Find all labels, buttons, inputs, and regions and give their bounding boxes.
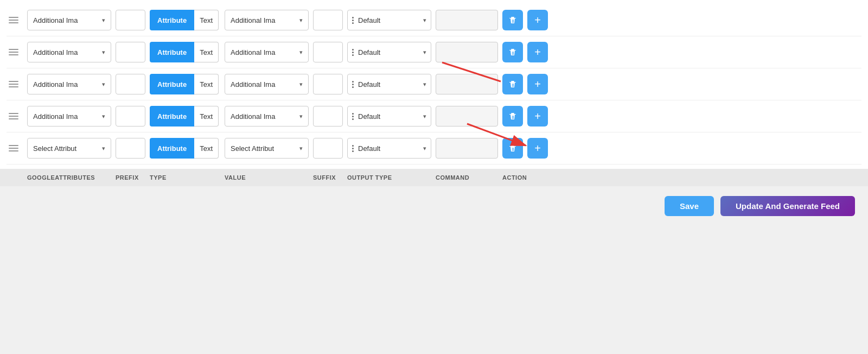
- type-group: Attribute Text: [150, 42, 220, 62]
- value-dropdown[interactable]: Additional Ima ▾: [225, 74, 309, 94]
- plus-icon: +: [534, 142, 541, 155]
- value-dropdown[interactable]: Additional Ima ▾: [225, 42, 309, 62]
- chevron-down-icon: ▾: [102, 145, 105, 152]
- update-generate-feed-button[interactable]: Update And Generate Feed: [720, 196, 855, 216]
- suffix-input[interactable]: [313, 138, 343, 159]
- suffix-input[interactable]: [313, 74, 343, 94]
- output-type-label: Default: [358, 112, 421, 121]
- value-label: Additional Ima: [231, 48, 296, 56]
- save-button[interactable]: Save: [665, 196, 714, 216]
- table-row: Additional Ima ▾ Attribute Text Addition…: [7, 100, 861, 132]
- plus-icon: +: [534, 46, 541, 59]
- value-dropdown[interactable]: Select Attribut ▾: [225, 138, 309, 159]
- delete-button[interactable]: [502, 42, 523, 62]
- trash-icon: [508, 16, 517, 24]
- drag-handle[interactable]: [7, 47, 23, 58]
- chevron-down-icon: ▾: [423, 113, 426, 120]
- googleattr-dropdown[interactable]: Additional Ima ▾: [27, 106, 111, 127]
- drag-handle[interactable]: [7, 15, 23, 26]
- table-row: Additional Ima ▾ Attribute Text Addition…: [7, 4, 861, 36]
- table-row: Additional Ima ▾ Attribute Text Addition…: [7, 68, 861, 100]
- trash-icon: [508, 112, 517, 121]
- text-button[interactable]: Text: [194, 74, 219, 94]
- drag-handle[interactable]: [7, 111, 23, 122]
- delete-button[interactable]: [502, 106, 523, 127]
- attribute-button[interactable]: Attribute: [150, 138, 194, 159]
- value-dropdown[interactable]: Additional Ima ▾: [225, 106, 309, 127]
- output-type-dropdown[interactable]: Default ▾: [347, 138, 431, 159]
- command-input[interactable]: [436, 10, 498, 30]
- text-button[interactable]: Text: [194, 42, 219, 62]
- command-input[interactable]: [436, 106, 498, 127]
- add-button[interactable]: +: [527, 10, 548, 30]
- chevron-down-icon: ▾: [299, 49, 303, 56]
- drag-handle[interactable]: [7, 143, 23, 154]
- prefix-input[interactable]: [116, 10, 145, 30]
- chevron-down-icon: ▾: [102, 49, 105, 56]
- chevron-down-icon: ▾: [423, 17, 426, 24]
- delete-button[interactable]: [502, 10, 523, 30]
- googleattr-dropdown[interactable]: Additional Ima ▾: [27, 74, 111, 94]
- suffix-input[interactable]: [313, 106, 343, 127]
- type-group: Attribute Text: [150, 74, 220, 94]
- delete-button[interactable]: [502, 74, 523, 94]
- googleattr-label: Additional Ima: [33, 48, 99, 56]
- plus-icon: +: [534, 78, 541, 91]
- command-input[interactable]: [436, 138, 498, 159]
- chevron-down-icon: ▾: [423, 49, 426, 56]
- output-type-label: Default: [358, 48, 421, 56]
- footer: Save Update And Generate Feed: [0, 186, 868, 226]
- output-type-label: Default: [358, 144, 421, 153]
- googleattr-dropdown[interactable]: Additional Ima ▾: [27, 42, 111, 62]
- suffix-input[interactable]: [313, 10, 343, 30]
- type-group: Attribute Text: [150, 10, 220, 30]
- suffix-input[interactable]: [313, 42, 343, 62]
- output-type-dropdown[interactable]: Default ▾: [347, 74, 431, 94]
- table-row: Additional Ima ▾ Attribute Text Addition…: [7, 36, 861, 68]
- add-button[interactable]: +: [527, 106, 548, 127]
- chevron-down-icon: ▾: [102, 81, 105, 88]
- command-input[interactable]: [436, 74, 498, 94]
- plus-icon: +: [534, 110, 541, 123]
- text-button[interactable]: Text: [194, 138, 219, 159]
- chevron-down-icon: ▾: [299, 113, 303, 120]
- rows-wrapper: Additional Ima ▾ Attribute Text Addition…: [0, 0, 868, 169]
- header-command: COMMAND: [436, 174, 498, 181]
- attribute-button[interactable]: Attribute: [150, 42, 194, 62]
- type-group: Attribute Text: [150, 138, 220, 159]
- header-suffix: SUFFIX: [313, 174, 343, 181]
- value-dropdown[interactable]: Additional Ima ▾: [225, 10, 309, 30]
- attribute-button[interactable]: Attribute: [150, 106, 194, 127]
- prefix-input[interactable]: [116, 42, 145, 62]
- output-type-label: Default: [358, 80, 421, 88]
- output-type-dropdown[interactable]: Default ▾: [347, 106, 431, 127]
- output-type-dropdown[interactable]: Default ▾: [347, 10, 431, 30]
- prefix-input[interactable]: [116, 106, 145, 127]
- add-button[interactable]: +: [527, 138, 548, 159]
- value-label: Select Attribut: [231, 144, 296, 153]
- drag-handle[interactable]: [7, 79, 23, 90]
- header-output-type: OUTPUT TYPE: [347, 174, 431, 181]
- attribute-button[interactable]: Attribute: [150, 10, 194, 30]
- text-button[interactable]: Text: [194, 10, 219, 30]
- header-googleattributes: GOOGLEATTRIBUTES: [27, 174, 111, 181]
- add-button[interactable]: +: [527, 42, 548, 62]
- prefix-input[interactable]: [116, 138, 145, 159]
- plus-icon: +: [534, 14, 541, 27]
- rows-container: Additional Ima ▾ Attribute Text Addition…: [0, 0, 868, 169]
- text-button[interactable]: Text: [194, 106, 219, 127]
- command-input[interactable]: [436, 42, 498, 62]
- prefix-input[interactable]: [116, 74, 145, 94]
- googleattr-dropdown[interactable]: Additional Ima ▾: [27, 10, 111, 30]
- googleattr-dropdown[interactable]: Select Attribut ▾: [27, 138, 111, 159]
- value-label: Additional Ima: [231, 112, 296, 121]
- output-type-dropdown[interactable]: Default ▾: [347, 42, 431, 62]
- trash-icon: [508, 144, 517, 153]
- attribute-button[interactable]: Attribute: [150, 74, 194, 94]
- value-label: Additional Ima: [231, 80, 296, 88]
- delete-button[interactable]: [502, 138, 523, 159]
- trash-icon: [508, 48, 517, 56]
- add-button[interactable]: +: [527, 74, 548, 94]
- trash-icon: [508, 80, 517, 88]
- googleattr-label: Additional Ima: [33, 112, 99, 121]
